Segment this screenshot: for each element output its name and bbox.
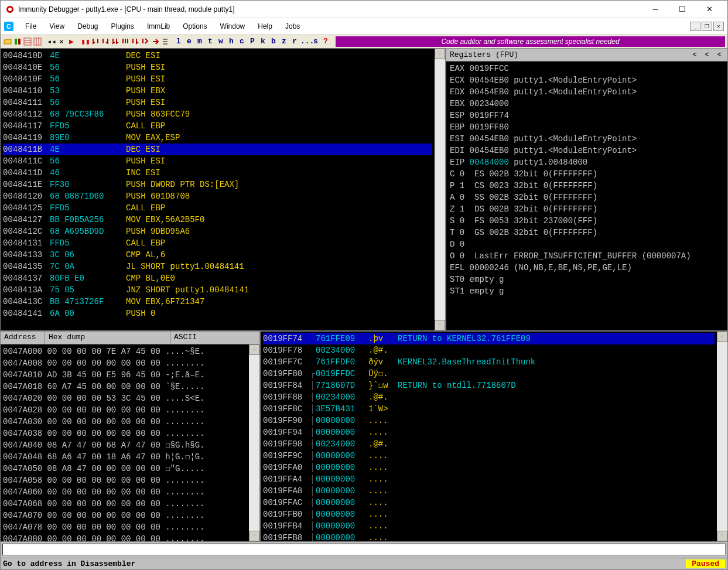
scroll-track[interactable] <box>249 355 259 531</box>
disassembly-row[interactable]: 0048413A 75 05 JNZ SHORT putty1.00484141 <box>3 284 432 296</box>
disassembly-row[interactable]: 0048410E 56 PUSH ESI <box>3 62 432 73</box>
toolbar-help-icon[interactable]: ? <box>321 37 330 46</box>
step-over-icon[interactable] <box>101 37 110 46</box>
disassembly-row[interactable]: 0048411B 4E DEC ESI <box>3 144 432 155</box>
stack-row[interactable]: 0019FFA8│00000000.... <box>263 485 715 497</box>
rewind-icon[interactable]: ◂◂ <box>47 37 56 46</box>
dump-row[interactable]: 0047A028 00 00 00 00 00 00 00 00 .......… <box>3 404 247 416</box>
dump-row[interactable]: 0047A040 08 A7 47 00 68 A7 47 00 ☐§G.h§G… <box>3 439 247 451</box>
attach-icon[interactable] <box>13 37 22 46</box>
disassembly-row[interactable]: 00484117 FFD5 CALL EBP <box>3 120 432 132</box>
dump-row[interactable]: 0047A048 68 A6 47 00 18 A6 47 00 h¦G.☐¦G… <box>3 451 247 463</box>
disassembly-row[interactable]: 00484141 6A 00 PUSH 0 <box>3 308 432 319</box>
disassembly-list[interactable]: 0048410D 4E DEC ESI0048410E 56 PUSH ESI0… <box>1 49 435 330</box>
register-row[interactable]: EDI 00454EB0 putty1.<ModuleEntryPoint> <box>450 145 724 156</box>
dump-row[interactable]: 0047A058 00 00 00 00 00 00 00 00 .......… <box>3 475 247 486</box>
menu-view[interactable]: View <box>43 20 70 33</box>
list-icon[interactable] <box>160 37 170 46</box>
register-row[interactable]: EFL 00000246 (NO,NB,E,BE,NS,PE,GE,LE) <box>450 262 724 274</box>
register-row[interactable]: EIP 00484000 putty1.00484000 <box>450 156 724 168</box>
register-row[interactable]: ECX 00454EB0 putty1.<ModuleEntryPoint> <box>450 74 724 86</box>
register-row[interactable]: D 0 <box>450 238 724 250</box>
stack-row[interactable]: 0019FF88│00234000.@#. <box>263 391 715 403</box>
dump-row[interactable]: 0047A030 00 00 00 00 00 00 00 00 .......… <box>3 416 247 428</box>
toolbar-letter-b[interactable]: b <box>269 37 278 46</box>
toolbar-letter-l[interactable]: l <box>174 37 183 46</box>
toolbar-letter-w[interactable]: w <box>216 37 225 46</box>
dump-row[interactable]: 0047A010 AD 3B 45 00 E5 96 45 00 -;E.å–E… <box>3 369 247 381</box>
reg-prev3-icon[interactable]: < <box>715 51 724 59</box>
disassembly-row[interactable]: 00484127 BB F0B5A256 MOV EBX,56A2B5F0 <box>3 214 432 226</box>
minimize-button[interactable]: ─ <box>642 1 669 18</box>
cpu-pane[interactable]: 0048410D 4E DEC ESI0048410E 56 PUSH ESI0… <box>1 49 446 330</box>
command-input[interactable] <box>2 544 726 555</box>
menu-immlib[interactable]: ImmLib <box>141 20 176 33</box>
scroll-up-icon[interactable]: ▲ <box>249 344 259 355</box>
dump-row[interactable]: 0047A070 00 00 00 00 00 00 00 00 .......… <box>3 510 247 521</box>
scroll-up-icon[interactable]: ▲ <box>435 49 445 59</box>
toolbar-letter-e[interactable]: e <box>184 37 194 46</box>
pause-icon[interactable]: ▮▮ <box>81 37 90 46</box>
stack-row[interactable]: 0019FFA0│00000000.... <box>263 462 715 473</box>
disassembly-row[interactable]: 0048412C 68 A695BD9D PUSH 9DBD95A6 <box>3 226 432 237</box>
disassembly-row[interactable]: 0048413C BB 4713726F MOV EBX,6F721347 <box>3 296 432 308</box>
scroll-track[interactable] <box>717 342 727 531</box>
stack-row[interactable]: 0019FFB8│00000000.... <box>263 532 715 541</box>
disassembly-row[interactable]: 00484112 68 79CC3F86 PUSH 863FCC79 <box>3 108 432 120</box>
register-row[interactable]: EBP 0019FF80 <box>450 121 724 133</box>
mdi-restore-button[interactable]: ❐ <box>702 22 712 31</box>
toolbar-letter-m[interactable]: m <box>195 37 204 46</box>
disassembly-row[interactable]: 00484131 FFD5 CALL EBP <box>3 237 432 249</box>
dump-row[interactable]: 0047A038 00 00 00 00 00 00 00 00 .......… <box>3 428 247 439</box>
register-row[interactable]: C 0 ES 002B 32bit 0(FFFFFFFF) <box>450 168 724 180</box>
dump-list[interactable]: 0047A000 00 00 00 00 7E A7 45 00 ....~§E… <box>1 344 249 541</box>
trace-over-icon[interactable] <box>121 37 130 46</box>
register-row[interactable]: Z 1 DS 002B 32bit 0(FFFFFFFF) <box>450 203 724 215</box>
disassembly-row[interactable]: 00484133 3C 06 CMP AL,6 <box>3 249 432 261</box>
disassembly-row[interactable]: 00484135 7C 0A JL SHORT putty1.00484141 <box>3 261 432 272</box>
disassembly-row[interactable]: 00484137 80FB E0 CMP BL,0E0 <box>3 272 432 284</box>
register-row[interactable]: P 1 CS 0023 32bit 0(FFFFFFFF) <box>450 180 724 192</box>
disassembly-row[interactable]: 00484125 FFD5 CALL EBP <box>3 202 432 214</box>
dump-scrollbar[interactable]: ▲ ▼ <box>249 344 259 541</box>
grid2-icon[interactable] <box>33 37 42 46</box>
dump-row[interactable]: 0047A078 00 00 00 00 00 00 00 00 .......… <box>3 521 247 533</box>
stack-pane[interactable]: 0019FF74 761FFE09.þvRETURN to KERNEL32.7… <box>261 332 727 541</box>
reg-prev2-icon[interactable]: < <box>703 51 712 59</box>
dump-pane[interactable]: Address Hex dump ASCII 0047A000 00 00 00… <box>1 332 261 541</box>
disassembly-row[interactable]: 0048410D 4E DEC ESI <box>3 50 432 62</box>
play-icon[interactable]: ▶ <box>67 37 76 46</box>
dump-row[interactable]: 0047A008 00 00 00 00 00 00 00 00 .......… <box>3 357 247 369</box>
grid1-icon[interactable] <box>23 37 32 46</box>
dump-col-ascii[interactable]: ASCII <box>170 332 259 344</box>
logo-icon[interactable]: C <box>4 22 13 31</box>
run-to-icon[interactable] <box>141 37 150 46</box>
toolbar-letter-P[interactable]: P <box>248 37 257 46</box>
register-row[interactable]: EDX 00454EB0 putty1.<ModuleEntryPoint> <box>450 86 724 98</box>
dump-col-hex[interactable]: Hex dump <box>45 332 170 344</box>
menu-plugins[interactable]: Plugins <box>105 20 140 33</box>
register-row[interactable]: EBX 00234000 <box>450 98 724 110</box>
register-row[interactable]: O 0 LastErr ERROR_INSUFFICIENT_BUFFER (0… <box>450 250 724 262</box>
stack-row[interactable]: 0019FFB4│00000000.... <box>263 520 715 532</box>
registers-header[interactable]: Registers (FPU) < < < <box>446 49 727 62</box>
scroll-track[interactable] <box>435 59 445 320</box>
disassembly-row[interactable]: 00484110 53 PUSH EBX <box>3 85 432 97</box>
stack-row[interactable]: 0019FF8C│3E57B4311´W> <box>263 403 715 415</box>
dump-row[interactable]: 0047A000 00 00 00 00 7E A7 45 00 ....~§E… <box>3 346 247 357</box>
toolbar-letter-k[interactable]: k <box>258 37 268 46</box>
register-row[interactable]: EAX 0019FFCC <box>450 63 724 74</box>
registers-pane[interactable]: Registers (FPU) < < < EAX 0019FFCCECX 00… <box>446 49 727 330</box>
stack-row[interactable]: 0019FFAC│00000000.... <box>263 497 715 508</box>
register-row[interactable]: ESP 0019FF74 <box>450 110 724 121</box>
stack-row[interactable]: 0019FF98│00234000.@#. <box>263 438 715 450</box>
menu-jobs[interactable]: Jobs <box>279 20 306 33</box>
toolbar-letter-z[interactable]: z <box>279 37 289 46</box>
cpu-scrollbar[interactable]: ▲ ▼ <box>435 49 445 330</box>
scroll-down-icon[interactable]: ▼ <box>249 531 259 541</box>
reg-prev-icon[interactable]: < <box>690 51 699 59</box>
step-ret-icon[interactable] <box>131 37 140 46</box>
stack-scrollbar[interactable]: ▲ ▼ <box>717 332 727 541</box>
toolbar-banner[interactable]: Code auditor and software assessment spe… <box>336 36 725 47</box>
scroll-up-icon[interactable]: ▲ <box>717 332 727 342</box>
